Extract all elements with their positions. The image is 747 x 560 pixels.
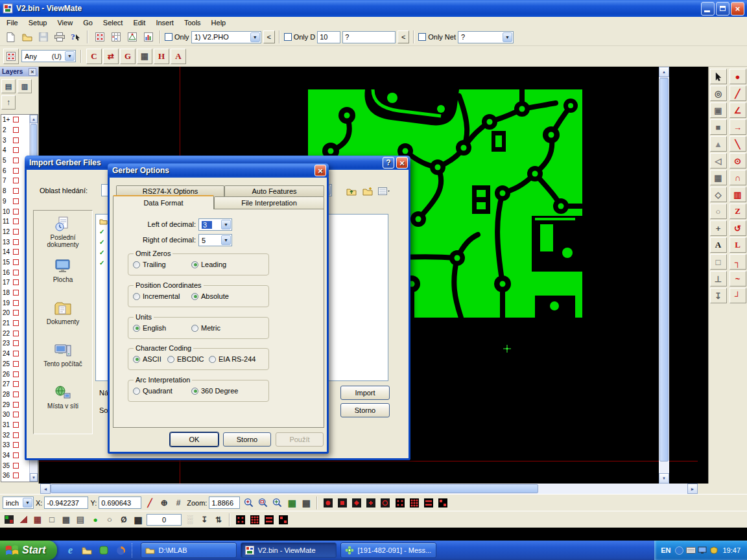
rotate-tool-icon[interactable]: ↺: [729, 220, 746, 236]
only-dcode-checkbox[interactable]: [284, 33, 292, 41]
ie-quick-icon[interactable]: e: [62, 542, 78, 559]
pad-shape-1-icon[interactable]: [322, 496, 335, 509]
menu-item-go[interactable]: Go: [78, 18, 98, 27]
scroll-track[interactable]: [538, 484, 687, 494]
sel-pad-3-icon[interactable]: [263, 513, 276, 526]
angle-draw-icon[interactable]: ∠: [729, 102, 746, 118]
trailing-radio[interactable]: Trailing: [133, 261, 166, 268]
prev-layer-button[interactable]: <: [263, 30, 275, 43]
select-cursor-icon[interactable]: [710, 69, 727, 84]
file-row[interactable]: [99, 258, 104, 267]
minimize-button[interactable]: [701, 2, 715, 16]
net-highlight-icon[interactable]: [124, 30, 139, 44]
sel-pad-4-icon[interactable]: [277, 513, 290, 526]
tray-display-icon[interactable]: [697, 545, 707, 555]
layer-color-box[interactable]: [13, 432, 19, 438]
scroll-thumb[interactable]: [659, 78, 669, 461]
menu-item-edit[interactable]: Edit: [128, 18, 150, 27]
letter-h-icon[interactable]: H: [154, 49, 169, 64]
layer-color-box[interactable]: [13, 442, 19, 448]
layer-row-35[interactable]: 35: [1, 460, 29, 471]
sel-pad-2-icon[interactable]: [248, 513, 261, 526]
layer-color-box[interactable]: [13, 351, 19, 356]
tray-circle-icon[interactable]: [674, 545, 684, 555]
vertical-scrollbar[interactable]: [659, 67, 669, 484]
zoom-in-icon[interactable]: [242, 496, 255, 509]
hook-tool-icon[interactable]: ┘: [729, 288, 746, 303]
circle-open-icon[interactable]: ○: [103, 513, 116, 526]
corner-tool-icon[interactable]: ┐: [729, 254, 746, 270]
scroll-down-icon[interactable]: [30, 473, 38, 482]
dropdown-arrow-icon[interactable]: [250, 32, 260, 42]
layer-row-4[interactable]: 4: [1, 145, 29, 156]
ok-button[interactable]: OK: [170, 432, 219, 447]
letter-l-tool-icon[interactable]: L: [729, 237, 746, 253]
task-button-0[interactable]: D:\MLAB: [141, 542, 237, 558]
place-my-computer[interactable]: Tento počítač: [34, 342, 92, 384]
layer-color-box[interactable]: [13, 127, 19, 133]
layer-box-icon[interactable]: ▣: [710, 102, 727, 118]
incremental-radio[interactable]: Incremental: [133, 292, 180, 300]
step-copy-icon[interactable]: ▥: [729, 187, 746, 202]
layer-color-box[interactable]: [13, 381, 19, 387]
fill-rect-icon[interactable]: ■: [710, 119, 727, 135]
cell-grid-icon[interactable]: ▤: [74, 513, 87, 526]
gerber-dialog-titlebar[interactable]: Gerber Options: [108, 163, 329, 178]
prev-dcode-button[interactable]: <: [397, 30, 409, 43]
dropdown-arrow-icon[interactable]: [65, 51, 75, 61]
layer-color-box[interactable]: [13, 472, 19, 478]
arrow-draw-icon[interactable]: →: [729, 119, 746, 135]
grid-green-icon[interactable]: ▦: [285, 496, 298, 509]
pad-red-3-icon[interactable]: [422, 496, 435, 509]
layer-color-box[interactable]: [13, 147, 19, 153]
dialog-help-button[interactable]: [383, 157, 394, 169]
perp-tool-icon[interactable]: ⊥: [710, 271, 727, 286]
diamond-tool-icon[interactable]: ◇: [710, 187, 727, 202]
dropdown-arrow-icon[interactable]: [221, 235, 231, 245]
language-indicator[interactable]: EN: [661, 546, 670, 554]
layer-color-box[interactable]: [13, 279, 19, 285]
outline-box-icon[interactable]: □: [45, 513, 58, 526]
layer-color-box[interactable]: [13, 412, 19, 417]
folder-quick-icon[interactable]: [79, 542, 95, 559]
text-tool-icon[interactable]: A: [710, 237, 727, 253]
letter-a-icon[interactable]: A: [171, 49, 186, 64]
line-draw-icon[interactable]: ╱: [729, 86, 746, 101]
probe-circle-icon[interactable]: Ø: [117, 513, 130, 526]
pad-shape-2-icon[interactable]: [336, 496, 349, 509]
layer-color-box[interactable]: [13, 320, 19, 326]
ascii-radio[interactable]: ASCII: [133, 355, 161, 363]
circle-tool-icon[interactable]: ○: [710, 204, 727, 219]
import-cancel-button[interactable]: Storno: [340, 403, 390, 417]
zoom-margins-icon[interactable]: [270, 496, 283, 509]
menu-item-help[interactable]: Help: [206, 18, 231, 27]
swap-arrows-icon[interactable]: ⇄: [103, 49, 119, 64]
y-coordinate-input[interactable]: [99, 496, 141, 509]
zoom-window-icon[interactable]: [256, 496, 269, 509]
aperture-type-select[interactable]: Any (U): [21, 50, 76, 62]
dropdown-arrow-icon[interactable]: [23, 498, 32, 508]
scroll-up-icon[interactable]: [30, 115, 38, 123]
layer-row-36[interactable]: 36: [1, 471, 29, 481]
layer-color-box[interactable]: [13, 239, 19, 245]
zap-tool-icon[interactable]: Z: [729, 204, 746, 219]
mirror-flip-icon[interactable]: [17, 513, 30, 526]
folder-up-icon[interactable]: [344, 184, 359, 198]
scroll-left-icon[interactable]: [40, 484, 51, 494]
x-coordinate-input[interactable]: [44, 496, 88, 509]
view-grid-icon[interactable]: ▦: [132, 513, 145, 526]
drop-anchor-icon[interactable]: ↧: [198, 513, 211, 526]
tab-file-interpretation[interactable]: File Interpretation: [214, 196, 324, 209]
pad-red-4-icon[interactable]: [436, 496, 449, 509]
layer-color-box[interactable]: [13, 209, 19, 215]
circle-target-icon[interactable]: ⊙: [729, 153, 746, 169]
layer-color-box[interactable]: [13, 310, 19, 316]
place-recent-documents[interactable]: Poslední dokumenty: [34, 216, 92, 258]
tri-up-icon[interactable]: ▲: [710, 136, 727, 152]
redraw-view-icon[interactable]: ◎: [710, 86, 727, 101]
film-frame-icon[interactable]: [3, 513, 16, 526]
origin-target-icon[interactable]: ⊕: [158, 496, 171, 509]
gerber-cancel-button[interactable]: Storno: [223, 432, 271, 447]
start-button[interactable]: Start: [0, 541, 57, 560]
horizontal-scrollbar[interactable]: [40, 484, 698, 494]
